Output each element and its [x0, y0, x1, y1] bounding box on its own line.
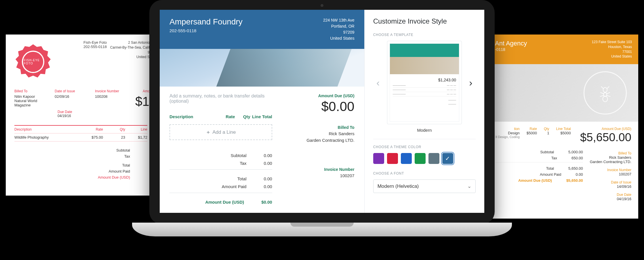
total-label: Total	[237, 176, 247, 181]
amount-paid-value: 0.00	[576, 172, 583, 177]
billed-to-org: Natural World Magazine	[14, 99, 43, 107]
template-prev-button[interactable]: ‹	[373, 78, 383, 87]
addr-line: 224 NW 13th Ave	[323, 17, 355, 23]
th-qty: Qty	[103, 127, 125, 131]
tax-label: Tax	[124, 154, 130, 158]
template-card[interactable]: $1,243.00 —————— — — —————— — — —————— —…	[387, 41, 462, 124]
tax-value: 650.00	[571, 156, 583, 160]
billed-to-label: Billed To	[14, 89, 43, 93]
font-select-value: Modern (Helvetica)	[378, 183, 419, 189]
cell-qty: 23	[103, 135, 125, 139]
billed-to-name: Nitin Kapoor	[14, 94, 43, 99]
summary-input[interactable]: Add a summary, notes, or bank transfer d…	[169, 93, 272, 104]
amount-due-label: Amount Due (USD)	[580, 127, 631, 131]
tax-label: Tax	[551, 156, 557, 160]
svg-point-2	[603, 87, 607, 92]
section-color-label: CHOOSE A THEME COLOR	[373, 145, 476, 149]
subtotal-label: Subtotal	[116, 148, 130, 152]
invoice-num-value: 100207	[590, 172, 631, 176]
color-swatches: ✓	[373, 153, 476, 164]
invoice-num-value: 100207	[284, 173, 355, 179]
svg-line-6	[607, 87, 609, 89]
date-issue-value: 02/09/16	[55, 94, 83, 99]
th-description: Description	[14, 127, 81, 131]
invoice-num-value: 100208	[95, 94, 124, 99]
due-date-label: Due Date	[590, 193, 631, 197]
amount-due-big: $5,650.00	[580, 131, 631, 144]
addr-line: 77001	[592, 49, 632, 54]
due-date-label: Due Date	[58, 110, 72, 114]
camera-dot	[321, 4, 323, 7]
cell-desc: Wildlife Photography	[14, 135, 81, 139]
addr-line: 97209	[323, 29, 355, 35]
invoice-num-label: Invoice Number	[590, 168, 631, 172]
th-rate: Rate	[81, 127, 103, 131]
amount-due-label-2: Amount Due (USD)	[518, 178, 552, 183]
invoice-num-label: Invoice Number	[284, 167, 355, 173]
color-swatch-green[interactable]	[415, 153, 426, 164]
fisheye-logo: FISH-EYE FOTO	[14, 43, 52, 81]
due-date-value: 04/19/16	[590, 197, 631, 201]
template-name: Modern	[373, 124, 476, 133]
template-next-button[interactable]: ›	[466, 78, 476, 87]
invoice-editor: Ampersand Foundry 202-555-0118 224 NW 13…	[160, 10, 364, 213]
panel-title: Customize Invoice Style	[373, 17, 476, 25]
company-name: Fish-Eye Foto	[83, 40, 107, 45]
th-linetotal: Line Total	[556, 127, 571, 131]
color-swatch-blue[interactable]	[401, 153, 412, 164]
company-name: Ampersand Foundry	[169, 17, 243, 26]
billed-to-label: Billed To	[284, 125, 355, 131]
color-swatch-purple[interactable]	[373, 153, 384, 164]
customize-panel: Customize Invoice Style CHOOSE A TEMPLAT…	[364, 10, 484, 213]
company-phone: 202-555-0118	[83, 45, 107, 49]
cell-rate: $5000	[527, 131, 537, 135]
section-template-label: CHOOSE A TEMPLATE	[373, 33, 476, 37]
ant-logo-badge	[584, 71, 627, 114]
th-rate: Rate	[213, 114, 235, 119]
amount-due-big: $0.00	[284, 99, 355, 114]
hero-image	[160, 49, 364, 87]
plus-icon: ＋	[206, 129, 211, 135]
add-line-label: Add a Line	[212, 129, 236, 135]
color-swatch-custom[interactable]: ✓	[442, 153, 453, 164]
tax-value: 0.00	[264, 161, 272, 166]
amount-paid-label: Amount Paid	[540, 172, 561, 177]
date-issue-value: 14/09/16	[590, 184, 631, 189]
due-date-value: 04/19/16	[58, 114, 72, 118]
total-value: 0.00	[264, 176, 272, 181]
template-thumbnail: $1,243.00 —————— — — —————— — — —————— —…	[390, 43, 459, 122]
add-line-button[interactable]: ＋Add a Line	[169, 124, 272, 140]
subtotal-label: Subtotal	[230, 153, 246, 158]
amount-due-value: $5,650.00	[566, 178, 583, 183]
billed-to-name: Rick Sanders	[284, 131, 355, 137]
subtotal-value: 0.00	[264, 153, 272, 158]
amount-due-label: Amount Due (USD)	[205, 200, 244, 204]
th-qty: Qty	[235, 114, 250, 119]
subtotal-label: Subtotal	[540, 150, 554, 154]
color-swatch-slate[interactable]	[428, 153, 439, 164]
amount-due-value: $0.00	[261, 200, 272, 204]
invoice-num-label: Invoice Number	[95, 89, 124, 93]
font-select[interactable]: Modern (Helvetica) ⌄	[373, 179, 476, 193]
total-label: Total	[546, 166, 554, 171]
section-font-label: CHOOSE A FONT	[373, 171, 476, 175]
color-swatch-red[interactable]	[387, 153, 398, 164]
billed-to-org: Garden Contracting LTD.	[590, 160, 631, 164]
svg-line-8	[606, 93, 610, 94]
amount-due-label: Amount Due (USD)	[98, 175, 130, 179]
billed-to-org: Garden Contracting LTD.	[284, 137, 355, 144]
svg-line-7	[600, 93, 604, 94]
chevron-right-icon: ›	[469, 77, 472, 88]
date-issue-label: Date of Issue	[55, 89, 83, 93]
laptop-base	[132, 223, 512, 236]
company-phone: 202-555-0118	[169, 28, 243, 33]
billed-to-name: Rick Sanders	[590, 155, 631, 160]
amount-paid-value: 0.00	[264, 184, 272, 189]
amount-paid-label: Amount Paid	[222, 184, 247, 189]
chevron-left-icon: ‹	[376, 77, 380, 88]
th-linetotal: Line Total	[250, 114, 272, 119]
addr-line: United States	[592, 54, 632, 59]
billed-to-label: Billed To	[590, 151, 631, 155]
amount-paid-label: Amount Paid	[109, 169, 130, 173]
cell-qty: 1	[544, 131, 549, 135]
